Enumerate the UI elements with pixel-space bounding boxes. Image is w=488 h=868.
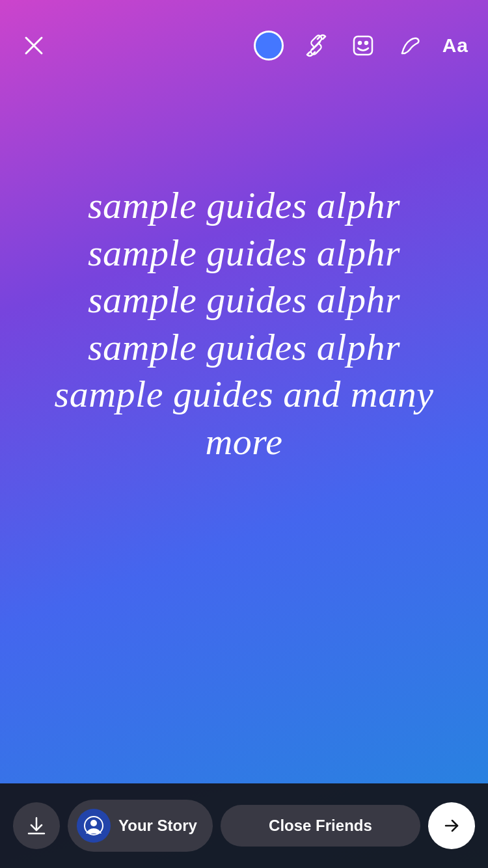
text-line-2: sample guides alphr [88, 232, 400, 274]
text-line-4: sample guides alphr [88, 326, 400, 368]
draw-button[interactable] [396, 31, 424, 60]
close-button[interactable] [20, 31, 48, 60]
sticker-button[interactable] [349, 31, 377, 60]
avatar [77, 809, 111, 843]
svg-point-5 [359, 42, 361, 44]
your-story-button[interactable]: Your Story [68, 800, 213, 852]
close-friends-button[interactable]: Close Friends [221, 805, 420, 847]
font-button[interactable]: Aa [442, 34, 468, 57]
svg-point-6 [365, 42, 368, 44]
text-line-3: sample guides alphr [88, 278, 400, 321]
text-line-1: sample guides alphr [88, 184, 400, 226]
svg-point-10 [90, 820, 97, 826]
download-button[interactable] [13, 802, 60, 849]
text-content-area: sample guides alphr sample guides alphr … [0, 182, 488, 465]
your-story-label: Your Story [118, 817, 197, 835]
toolbar-right: Aa [254, 31, 468, 61]
color-picker-button[interactable] [254, 31, 284, 61]
text-line-6: more [205, 420, 282, 463]
close-friends-label: Close Friends [269, 817, 372, 835]
toolbar-left [20, 31, 48, 60]
toolbar: Aa [0, 0, 488, 72]
send-button[interactable] [428, 802, 475, 849]
text-line-5: sample guides and many [55, 373, 434, 415]
story-text[interactable]: sample guides alphr sample guides alphr … [26, 182, 462, 465]
link-button[interactable] [302, 31, 331, 60]
svg-rect-4 [354, 36, 372, 55]
bottom-bar: Your Story Close Friends [0, 783, 488, 868]
